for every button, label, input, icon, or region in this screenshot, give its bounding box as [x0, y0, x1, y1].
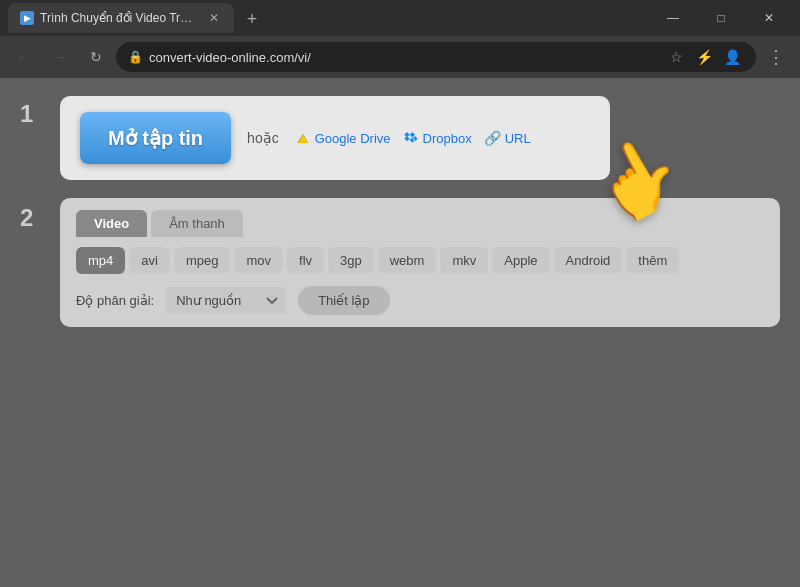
format-webm[interactable]: webm [378, 247, 437, 274]
google-drive-icon [295, 130, 311, 146]
or-text: hoặc [247, 130, 279, 146]
profile-icon[interactable]: 👤 [720, 45, 744, 69]
new-tab-button[interactable]: + [238, 5, 266, 33]
resolution-select[interactable]: Như nguồn [166, 287, 286, 314]
format-more[interactable]: thêm [626, 247, 679, 274]
tab-title: Trình Chuyển đổi Video Trực tuy... [40, 11, 200, 25]
url-label: URL [505, 131, 531, 146]
browser-menu-button[interactable]: ⋮ [760, 41, 792, 73]
format-3gp[interactable]: 3gp [328, 247, 374, 274]
format-bar: mp4 avi mpeg mov flv 3gp webm mkv Apple … [76, 247, 764, 274]
page-content: 1 Mở tập tin hoặc Google Drive [0, 78, 800, 587]
active-tab[interactable]: ▶ Trình Chuyển đổi Video Trực tuy... ✕ [8, 3, 234, 33]
url-link[interactable]: 🔗 URL [484, 130, 531, 146]
resolution-label: Độ phân giải: [76, 293, 154, 308]
tab-video[interactable]: Video [76, 210, 147, 237]
resolution-row: Độ phân giải: Như nguồn Thiết lập [76, 286, 764, 315]
format-avi[interactable]: avi [129, 247, 170, 274]
format-mp4[interactable]: mp4 [76, 247, 125, 274]
step1-panel: Mở tập tin hoặc Google Drive [60, 96, 610, 180]
step2-row: 2 Video Âm thanh mp4 avi mpeg mov flv 3g… [0, 198, 800, 327]
google-drive-link[interactable]: Google Drive [295, 130, 391, 146]
back-button[interactable]: ← [8, 41, 40, 73]
title-bar: ▶ Trình Chuyển đổi Video Trực tuy... ✕ +… [0, 0, 800, 36]
extension-icon[interactable]: ⚡ [692, 45, 716, 69]
tab-favicon: ▶ [20, 11, 34, 25]
tab-close-button[interactable]: ✕ [206, 10, 222, 26]
format-mov[interactable]: mov [234, 247, 283, 274]
bookmark-icon[interactable]: ☆ [664, 45, 688, 69]
cloud-links: Google Drive Dropbox 🔗 URL [295, 130, 531, 146]
dropbox-label: Dropbox [423, 131, 472, 146]
format-flv[interactable]: flv [287, 247, 324, 274]
google-drive-label: Google Drive [315, 131, 391, 146]
settings-button[interactable]: Thiết lập [298, 286, 389, 315]
close-button[interactable]: ✕ [746, 3, 792, 33]
format-apple[interactable]: Apple [492, 247, 549, 274]
url-text: convert-video-online.com/vi/ [149, 50, 658, 65]
dropbox-icon [403, 130, 419, 146]
open-file-button[interactable]: Mở tập tin [80, 112, 231, 164]
window-controls: — □ ✕ [650, 3, 792, 33]
forward-button[interactable]: → [44, 41, 76, 73]
step1-number: 1 [20, 100, 44, 128]
format-android[interactable]: Android [554, 247, 623, 274]
refresh-button[interactable]: ↻ [80, 41, 112, 73]
tab-audio[interactable]: Âm thanh [151, 210, 243, 237]
minimize-button[interactable]: — [650, 3, 696, 33]
maximize-button[interactable]: □ [698, 3, 744, 33]
step2-number: 2 [20, 204, 44, 232]
lock-icon: 🔒 [128, 50, 143, 64]
address-icons: ☆ ⚡ 👤 [664, 45, 744, 69]
format-tabs: Video Âm thanh [76, 210, 764, 237]
link-icon: 🔗 [484, 130, 501, 146]
nav-bar: ← → ↻ 🔒 convert-video-online.com/vi/ ☆ ⚡… [0, 36, 800, 78]
step2-panel: Video Âm thanh mp4 avi mpeg mov flv 3gp … [60, 198, 780, 327]
dropbox-link[interactable]: Dropbox [403, 130, 472, 146]
tab-area: ▶ Trình Chuyển đổi Video Trực tuy... ✕ + [8, 3, 650, 33]
format-mkv[interactable]: mkv [440, 247, 488, 274]
format-mpeg[interactable]: mpeg [174, 247, 231, 274]
browser-window: ▶ Trình Chuyển đổi Video Trực tuy... ✕ +… [0, 0, 800, 587]
address-bar[interactable]: 🔒 convert-video-online.com/vi/ ☆ ⚡ 👤 [116, 42, 756, 72]
